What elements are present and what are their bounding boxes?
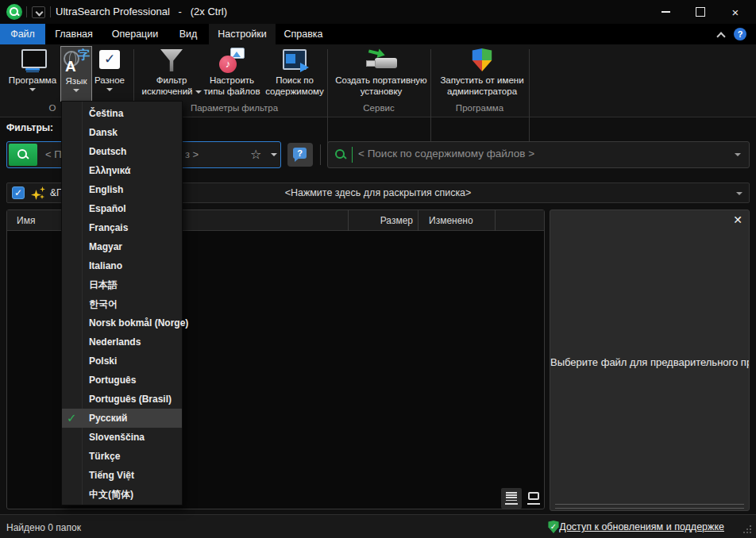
language-menu-item[interactable]: 한국어 bbox=[62, 294, 182, 313]
close-button[interactable]: × bbox=[718, 0, 753, 24]
translate-icon: A 字 bbox=[63, 48, 90, 74]
dropdown-arrow-icon bbox=[195, 90, 202, 94]
update-shield-icon: ✓ bbox=[548, 521, 559, 533]
content-search-placeholder: < Поиск по содержимому файлов > bbox=[358, 148, 534, 159]
music-note-icon: ♪ bbox=[219, 56, 237, 73]
ultrasearch-window: UltraSearch Professional - (2x Ctrl) × Ф… bbox=[0, 0, 756, 538]
create-portable-button[interactable]: Создать портативную установку bbox=[334, 46, 429, 102]
language-menu-item-selected[interactable]: ✓ Русский bbox=[62, 409, 182, 428]
window-title: UltraSearch Professional - (2x Ctrl) bbox=[56, 6, 227, 17]
language-menu-item[interactable]: Magyar bbox=[62, 237, 182, 256]
preview-scrollbar[interactable] bbox=[555, 504, 744, 509]
search-history-arrow-icon[interactable] bbox=[735, 153, 741, 156]
resize-grip[interactable] bbox=[750, 532, 751, 533]
tab-settings-active[interactable]: Настройки bbox=[209, 24, 276, 44]
language-menu-item[interactable]: Italiano bbox=[62, 256, 182, 275]
column-header-modified[interactable]: Изменено bbox=[429, 215, 473, 226]
search-icon bbox=[17, 148, 29, 161]
tab-file[interactable]: Файл bbox=[0, 24, 45, 44]
language-menu-item[interactable]: Tiếng Việt bbox=[62, 466, 182, 485]
updates-support-link[interactable]: Доступ к обновлениям и поддержке bbox=[559, 521, 724, 532]
dropdown-arrow-icon bbox=[29, 88, 36, 91]
language-menu-item[interactable]: Español bbox=[62, 199, 182, 218]
monitor-icon bbox=[19, 48, 46, 73]
search-button[interactable] bbox=[9, 144, 37, 166]
search-icon bbox=[334, 148, 347, 161]
maximize-button[interactable] bbox=[683, 0, 718, 24]
dropdown-arrow-icon bbox=[73, 89, 79, 92]
preview-placeholder-text: Выберите файл для предварительного просм… bbox=[550, 356, 749, 368]
column-divider[interactable] bbox=[418, 210, 418, 231]
usb-drive-icon bbox=[362, 48, 400, 73]
ribbon-group-divider bbox=[430, 49, 431, 152]
favorites-star-icon[interactable]: ☆ bbox=[250, 147, 261, 162]
language-menu-item[interactable]: Ελληνικά bbox=[62, 161, 182, 180]
titlebar-divider bbox=[50, 6, 51, 17]
title-bar: UltraSearch Professional - (2x Ctrl) × bbox=[0, 0, 756, 24]
expander-arrow-icon[interactable] bbox=[736, 192, 742, 195]
language-menu-item[interactable]: Deutsch bbox=[62, 142, 182, 161]
language-menu-item[interactable]: Français bbox=[62, 218, 182, 237]
language-menu-item[interactable]: Čeština bbox=[62, 104, 182, 123]
file-types-icon: ♪ bbox=[218, 48, 245, 73]
green-arrow-icon bbox=[368, 47, 387, 60]
preview-close-icon[interactable]: ✕ bbox=[733, 213, 742, 226]
language-menu-item[interactable]: 日本語 bbox=[62, 275, 182, 294]
language-menu-item[interactable]: Türkçe bbox=[62, 447, 182, 466]
tab-home[interactable]: Главная bbox=[45, 24, 102, 44]
details-view-button[interactable] bbox=[501, 488, 522, 509]
language-menu-item[interactable]: Slovenščina bbox=[62, 428, 182, 447]
language-menu-item[interactable]: Norsk bokmål (Norge) bbox=[62, 313, 182, 332]
content-search-icon bbox=[281, 48, 308, 73]
content-search-button[interactable]: Поиск по содержимому bbox=[262, 46, 327, 102]
language-menu-item[interactable]: 中文(简体) bbox=[62, 485, 182, 504]
text-caret bbox=[352, 147, 353, 163]
group-label-program: Программа bbox=[430, 103, 529, 113]
dropdown-arrow-icon bbox=[106, 88, 113, 91]
column-divider[interactable] bbox=[495, 210, 496, 231]
toolbar-divider bbox=[320, 144, 321, 165]
search-history-arrow-icon[interactable] bbox=[271, 153, 277, 156]
help-circle-icon[interactable]: ? bbox=[734, 28, 746, 40]
tab-operations[interactable]: Операции bbox=[102, 24, 168, 44]
tab-help[interactable]: Справка bbox=[276, 24, 331, 44]
configure-file-types-button[interactable]: ♪ Настроить типы файлов bbox=[202, 46, 262, 102]
language-menu-item[interactable]: Polski bbox=[62, 352, 182, 371]
checkbox-window-icon: ✓ bbox=[96, 48, 123, 73]
content-search-box[interactable]: < Поиск по содержимому файлов > bbox=[327, 141, 750, 168]
quick-access-dropdown-icon[interactable] bbox=[32, 6, 45, 18]
group-label-service: Сервис bbox=[327, 103, 430, 113]
language-menu-item[interactable]: Nederlands bbox=[62, 332, 182, 352]
program-menu-button[interactable]: Программа bbox=[6, 46, 59, 102]
ribbon-group-divider bbox=[327, 49, 328, 152]
tab-view[interactable]: Вид bbox=[168, 24, 209, 44]
selected-check-icon: ✓ bbox=[67, 409, 77, 428]
ribbon-tab-bar: Файл Главная Операции Вид Настройки Спра… bbox=[0, 24, 756, 44]
filters-label: Фильтры: bbox=[6, 122, 53, 133]
search-help-button[interactable]: ? bbox=[287, 143, 313, 167]
language-menu-item[interactable]: Português bbox=[62, 371, 182, 390]
preview-panel: ✕ Выберите файл для предварительного про… bbox=[550, 209, 750, 511]
collapse-ribbon-icon[interactable] bbox=[716, 32, 725, 40]
language-menu-button[interactable]: A 字 Язык bbox=[60, 46, 92, 102]
language-menu-item[interactable]: English bbox=[62, 180, 182, 199]
titlebar-divider bbox=[26, 6, 27, 17]
uac-shield-icon bbox=[469, 48, 496, 73]
run-as-admin-button[interactable]: Запустить от имени администратора bbox=[435, 46, 529, 102]
preview-view-button[interactable] bbox=[523, 488, 544, 509]
language-menu-item[interactable]: Português (Brasil) bbox=[62, 390, 182, 409]
minimize-button[interactable] bbox=[648, 0, 683, 24]
column-header-size[interactable]: Размер bbox=[348, 215, 413, 226]
pane-view-icon bbox=[528, 492, 539, 500]
language-dropdown-menu: Čeština Dansk Deutsch Ελληνικά English E… bbox=[61, 101, 183, 505]
language-menu-item[interactable]: Dansk bbox=[62, 123, 182, 142]
misc-menu-button[interactable]: ✓ Разное bbox=[92, 46, 127, 102]
file-search-placeholder-left: < П bbox=[45, 148, 62, 160]
funnel-icon bbox=[158, 48, 185, 73]
help-bubble-icon: ? bbox=[293, 148, 307, 159]
column-header-name[interactable]: Имя bbox=[17, 215, 35, 226]
exclusion-filter-button[interactable]: Фильтр исключений bbox=[141, 46, 202, 102]
status-bar: Найдено 0 папок ✓ Доступ к обновлениям и… bbox=[0, 514, 756, 538]
status-found-count: Найдено 0 папок bbox=[6, 522, 81, 533]
ribbon-group-divider bbox=[529, 49, 530, 152]
